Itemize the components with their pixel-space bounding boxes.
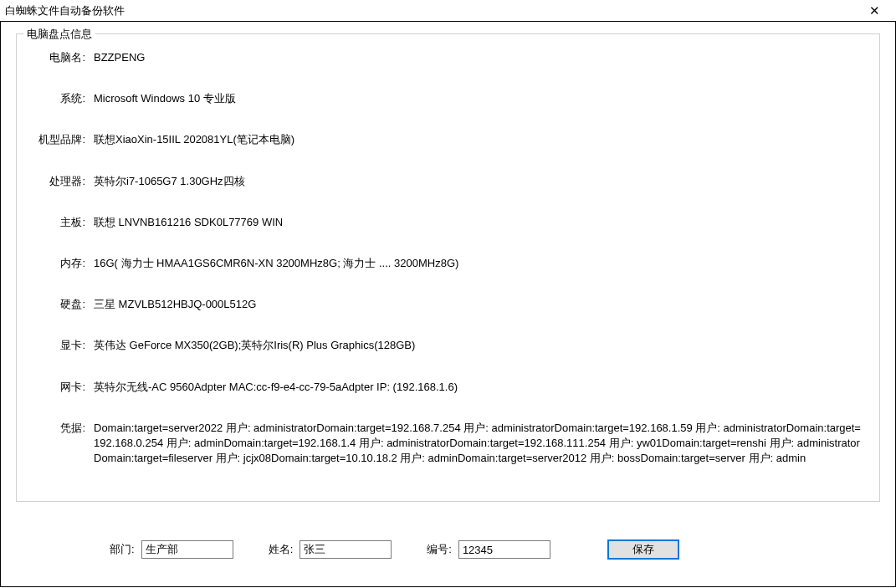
row-system: 系统: Microsoft Windows 10 专业版 bbox=[32, 90, 864, 106]
titlebar: 白蜘蛛文件自动备份软件 ✕ bbox=[0, 0, 896, 22]
label-memory: 内存: bbox=[32, 255, 94, 271]
value-credentials: Domain:target=server2022 用户: administrat… bbox=[94, 420, 864, 467]
input-id[interactable] bbox=[458, 540, 550, 559]
row-computer-name: 电脑名: BZZPENG bbox=[32, 49, 864, 65]
label-disk: 硬盘: bbox=[32, 296, 94, 312]
window-title: 白蜘蛛文件自动备份软件 bbox=[5, 3, 858, 18]
value-nic: 英特尔无线-AC 9560Adpter MAC:cc-f9-e4-cc-79-5… bbox=[94, 379, 864, 395]
label-dept: 部门: bbox=[110, 542, 135, 557]
input-dept[interactable] bbox=[141, 540, 233, 559]
row-credentials: 凭据: Domain:target=server2022 用户: adminis… bbox=[32, 420, 864, 467]
input-name[interactable] bbox=[300, 540, 392, 559]
bottom-form: 部门: 姓名: 编号: 保存 bbox=[110, 539, 870, 560]
inventory-group: 电脑盘点信息 电脑名: BZZPENG 系统: Microsoft Window… bbox=[16, 33, 880, 502]
value-cpu: 英特尔i7-1065G7 1.30GHz四核 bbox=[94, 173, 864, 189]
save-button[interactable]: 保存 bbox=[607, 539, 679, 560]
group-legend: 电脑盘点信息 bbox=[23, 27, 95, 42]
value-memory: 16G( 海力士 HMAA1GS6CMR6N-XN 3200MHz8G; 海力士… bbox=[94, 255, 864, 271]
row-memory: 内存: 16G( 海力士 HMAA1GS6CMR6N-XN 3200MHz8G;… bbox=[32, 255, 864, 271]
value-mainboard: 联想 LNVNB161216 SDK0L77769 WIN bbox=[94, 214, 864, 230]
value-system: Microsoft Windows 10 专业版 bbox=[94, 90, 864, 106]
label-nic: 网卡: bbox=[32, 379, 94, 395]
row-nic: 网卡: 英特尔无线-AC 9560Adpter MAC:cc-f9-e4-cc-… bbox=[32, 379, 864, 395]
row-disk: 硬盘: 三星 MZVLB512HBJQ-000L512G bbox=[32, 296, 864, 312]
label-computer-name: 电脑名: bbox=[32, 49, 94, 65]
value-disk: 三星 MZVLB512HBJQ-000L512G bbox=[94, 296, 864, 312]
row-cpu: 处理器: 英特尔i7-1065G7 1.30GHz四核 bbox=[32, 173, 864, 189]
label-credentials: 凭据: bbox=[32, 420, 94, 436]
label-model: 机型品牌: bbox=[32, 131, 94, 147]
close-icon[interactable]: ✕ bbox=[858, 3, 891, 18]
label-id: 编号: bbox=[427, 542, 452, 557]
value-computer-name: BZZPENG bbox=[94, 49, 864, 65]
row-gpu: 显卡: 英伟达 GeForce MX350(2GB);英特尔Iris(R) Pl… bbox=[32, 337, 864, 353]
label-gpu: 显卡: bbox=[32, 337, 94, 353]
row-mainboard: 主板: 联想 LNVNB161216 SDK0L77769 WIN bbox=[32, 214, 864, 230]
label-name: 姓名: bbox=[269, 542, 294, 557]
label-mainboard: 主板: bbox=[32, 214, 94, 230]
window-body: 电脑盘点信息 电脑名: BZZPENG 系统: Microsoft Window… bbox=[0, 22, 896, 587]
label-system: 系统: bbox=[32, 90, 94, 106]
row-model: 机型品牌: 联想XiaoXin-15IIL 202081YL(笔记本电脑) bbox=[32, 131, 864, 147]
label-cpu: 处理器: bbox=[32, 173, 94, 189]
value-model: 联想XiaoXin-15IIL 202081YL(笔记本电脑) bbox=[94, 131, 864, 147]
value-gpu: 英伟达 GeForce MX350(2GB);英特尔Iris(R) Plus G… bbox=[94, 337, 864, 353]
